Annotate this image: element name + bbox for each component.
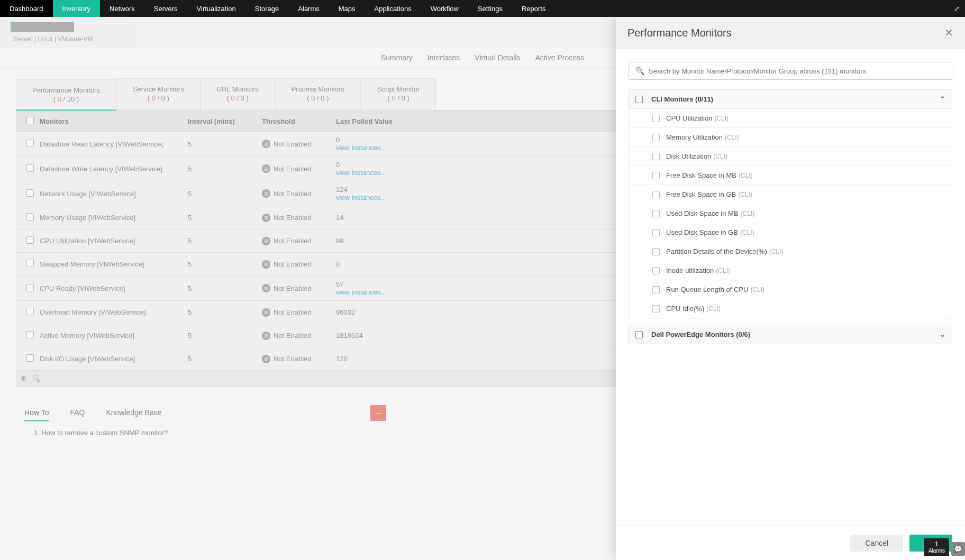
- monitor-checkbox[interactable]: [652, 286, 660, 293]
- close-icon[interactable]: ✕: [944, 26, 953, 39]
- monitor-checkbox[interactable]: [652, 115, 660, 122]
- monitor-protocol: (CLI): [750, 286, 764, 293]
- nav-maps[interactable]: Maps: [329, 0, 365, 17]
- nav-virtualization[interactable]: Virtualization: [187, 0, 245, 17]
- chevron-down-icon: ⌄: [940, 331, 945, 338]
- monitor-interval: 5: [188, 165, 262, 173]
- view-instances-link[interactable]: view instances..: [336, 144, 385, 152]
- row-checkbox[interactable]: [26, 189, 34, 197]
- row-checkbox[interactable]: [26, 260, 34, 267]
- nav-inventory[interactable]: Inventory: [53, 0, 100, 17]
- nav-settings[interactable]: Settings: [468, 0, 512, 17]
- monitor-checkbox[interactable]: [652, 229, 660, 236]
- subtab-active-process[interactable]: Active Process: [535, 53, 584, 62]
- help-tab-faq[interactable]: FAQ: [70, 408, 85, 421]
- monitor-label: Used Disk Space in GB: [666, 228, 738, 236]
- monitor-threshold: Not Enabled: [262, 140, 336, 148]
- monitor-name: Datastore Write Latency [VIWebService]: [40, 165, 188, 173]
- monitor-protocol: (CLI): [738, 191, 752, 198]
- monitor-checkbox[interactable]: [652, 305, 660, 313]
- disabled-icon: [262, 237, 270, 245]
- group-checkbox[interactable]: [635, 96, 643, 103]
- nav-applications[interactable]: Applications: [365, 0, 421, 17]
- nav-alarms[interactable]: Alarms: [288, 0, 329, 17]
- row-checkbox[interactable]: [26, 354, 34, 362]
- monitor-option[interactable]: CPU Idle(%)(CLI): [629, 299, 952, 318]
- subtab-virtual-details[interactable]: Virtual Details: [475, 53, 520, 62]
- search-icon[interactable]: 🔍: [32, 375, 40, 382]
- monitor-interval: 5: [188, 190, 262, 198]
- row-checkbox[interactable]: [26, 236, 34, 244]
- collapse-button[interactable]: —: [370, 405, 386, 421]
- monitor-checkbox[interactable]: [652, 134, 660, 141]
- monitor-protocol: (CLI): [725, 134, 739, 141]
- monitor-option[interactable]: Partition Details of the Device(%)(CLI): [629, 242, 952, 261]
- monitor-lpv: 14: [336, 214, 410, 222]
- monitor-option[interactable]: CPU Utilization(CLI): [629, 109, 952, 128]
- help-tab-howto[interactable]: How To: [24, 408, 49, 421]
- row-checkbox[interactable]: [26, 164, 34, 172]
- view-instances-link[interactable]: view instances..: [336, 194, 385, 201]
- subtab-summary[interactable]: Summary: [381, 53, 413, 62]
- monitor-option[interactable]: Memory Utilization(CLI): [629, 128, 952, 147]
- header-threshold[interactable]: Threshold: [262, 117, 336, 125]
- monitor-checkbox[interactable]: [652, 248, 660, 255]
- search-input[interactable]: [649, 67, 945, 75]
- group-checkbox[interactable]: [635, 331, 643, 338]
- monitor-lpv: 57view instances..: [336, 280, 410, 296]
- nav-workflow[interactable]: Workflow: [421, 0, 468, 17]
- disabled-icon: [262, 164, 270, 173]
- monitor-checkbox[interactable]: [652, 210, 660, 217]
- monitor-checkbox[interactable]: [652, 267, 660, 274]
- disabled-icon: [262, 308, 270, 317]
- header-last-polled[interactable]: Last Polled Value: [336, 117, 410, 125]
- view-instances-link[interactable]: view instances..: [336, 169, 385, 177]
- nav-network[interactable]: Network: [100, 0, 144, 17]
- monitor-tab-4[interactable]: Script Monitor( 0 / 0 ): [361, 78, 436, 110]
- monitor-option[interactable]: Free Disk Space in MB(CLI): [629, 166, 952, 185]
- monitor-label: Inode utilization: [666, 267, 714, 274]
- monitor-option[interactable]: Used Disk Space in GB(CLI): [629, 223, 952, 242]
- monitor-name: Network Usage [VIWebService]: [40, 190, 188, 198]
- group-header[interactable]: Dell PowerEdge Monitors (0/6)⌄: [629, 325, 952, 344]
- nav-reports[interactable]: Reports: [512, 0, 556, 17]
- row-checkbox[interactable]: [26, 308, 34, 315]
- header-interval[interactable]: Interval (mins): [188, 117, 262, 125]
- delete-icon[interactable]: 🗑: [21, 375, 27, 382]
- monitor-option[interactable]: Inode utilization(CLI): [629, 261, 952, 280]
- disabled-icon: [262, 332, 270, 340]
- row-checkbox[interactable]: [26, 213, 34, 221]
- monitor-tab-3[interactable]: Process Monitors( 0 / 0 ): [275, 78, 361, 110]
- fullscreen-exit-icon[interactable]: ⤢: [948, 0, 965, 17]
- monitor-protocol: (CLI): [769, 248, 784, 255]
- monitor-option[interactable]: Free Disk Space in GB(CLI): [629, 185, 952, 204]
- monitor-label: CPU Idle(%): [666, 305, 704, 313]
- monitor-tab-2[interactable]: URL Monitors( 0 / 0 ): [201, 78, 275, 110]
- monitor-option[interactable]: Used Disk Space in MB(CLI): [629, 204, 952, 223]
- subtab-interfaces[interactable]: Interfaces: [427, 53, 460, 62]
- row-checkbox[interactable]: [26, 331, 34, 338]
- monitor-interval: 5: [188, 284, 262, 292]
- monitor-lpv: 0view instances..: [336, 136, 410, 152]
- monitor-tab-1[interactable]: Service Monitors( 0 / 0 ): [116, 78, 201, 110]
- monitor-lpv: 124view instances..: [336, 186, 410, 201]
- nav-storage[interactable]: Storage: [245, 0, 289, 17]
- monitor-search-box[interactable]: 🔍: [629, 62, 952, 80]
- nav-dashboard[interactable]: Dashboard: [0, 0, 53, 17]
- monitor-checkbox[interactable]: [652, 191, 660, 198]
- nav-servers[interactable]: Servers: [144, 0, 187, 17]
- select-all-checkbox[interactable]: [26, 117, 34, 124]
- monitor-tab-0[interactable]: Performance Monitors( 0 / 10 ): [16, 79, 116, 111]
- help-tab-kb[interactable]: Knowledge Base: [106, 408, 161, 421]
- monitor-label: Partition Details of the Device(%): [666, 247, 767, 255]
- monitor-checkbox[interactable]: [652, 153, 660, 160]
- monitor-label: Used Disk Space in MB: [666, 209, 739, 217]
- header-monitors[interactable]: Monitors: [40, 117, 188, 125]
- monitor-checkbox[interactable]: [652, 172, 660, 179]
- view-instances-link[interactable]: view instances..: [336, 288, 385, 296]
- row-checkbox[interactable]: [26, 284, 34, 291]
- row-checkbox[interactable]: [26, 140, 34, 147]
- monitor-option[interactable]: Run Queue Length of CPU(CLI): [629, 280, 952, 299]
- monitor-option[interactable]: Disk Utilization(CLI): [629, 147, 952, 166]
- group-header[interactable]: CLI Monitors (0/11)⌃: [629, 90, 952, 108]
